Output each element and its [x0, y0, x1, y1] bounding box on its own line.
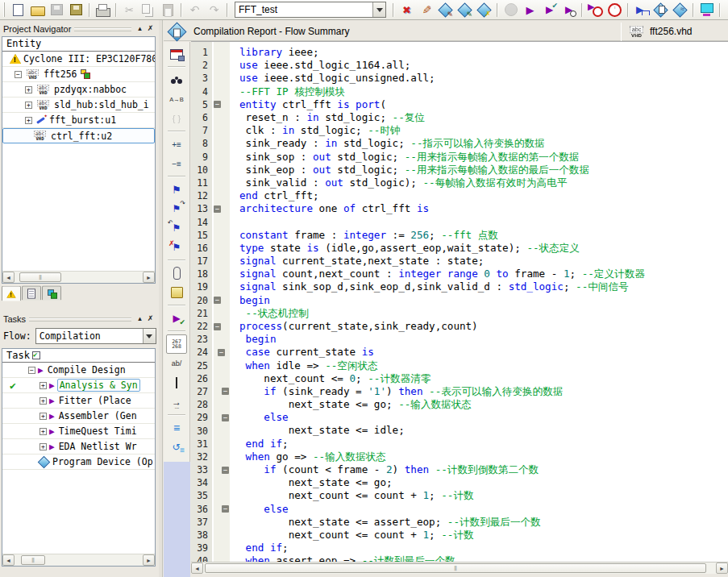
task-list[interactable]: Compile DesignAnalysis & SynFitter (Plac… [2, 363, 155, 554]
paste-icon[interactable] [159, 2, 177, 19]
project-combobox[interactable]: FFT_test [235, 2, 386, 18]
entity-item[interactable]: fft256 [2, 67, 155, 82]
stop-icon[interactable] [501, 2, 520, 19]
scroll-right-arrow-icon[interactable]: ► [143, 554, 155, 566]
report-icon[interactable] [651, 2, 670, 19]
scroll-right-arrow-icon[interactable]: ► [143, 272, 155, 283]
undo-icon[interactable] [185, 2, 204, 19]
help-icon[interactable] [724, 2, 728, 19]
task-item[interactable]: Assembler (Gen [2, 409, 155, 424]
entity-item[interactable]: fft_burst:u1 [2, 113, 155, 128]
rtl-viewer-icon[interactable] [671, 2, 689, 19]
expand-toggle[interactable] [25, 102, 32, 109]
line-numbers-icon[interactable] [166, 334, 187, 354]
navigator-hscrollbar[interactable]: ◄ ► [2, 271, 155, 283]
report-header-title[interactable]: Compilation Report - Flow Summary [193, 26, 349, 37]
scrollbar-thumb[interactable] [19, 272, 61, 282]
assignment-editor-icon[interactable] [417, 2, 435, 19]
collapse-button[interactable] [135, 314, 145, 324]
word-wrap-icon[interactable] [166, 354, 187, 373]
collapse-button[interactable] [135, 24, 145, 34]
export-icon[interactable] [166, 44, 187, 64]
task-checkbox-icon[interactable] [32, 351, 40, 359]
find-icon[interactable] [166, 70, 187, 89]
fold-toggle-icon[interactable] [222, 505, 229, 513]
combobox-dropdown-button[interactable] [143, 329, 156, 343]
close-icon[interactable] [145, 24, 156, 34]
entity-item[interactable]: Cyclone III: EP3C120F780C [2, 52, 155, 67]
save-all-icon[interactable] [67, 2, 85, 19]
scroll-left-arrow-icon[interactable]: ◄ [2, 272, 15, 283]
scroll-right-arrow-icon[interactable]: ► [716, 562, 728, 574]
redo-icon[interactable] [205, 2, 223, 19]
task-item[interactable]: Fitter (Place [2, 393, 155, 409]
entity-item[interactable]: sld_hub:sld_hub_i [2, 98, 155, 113]
unindent-icon[interactable] [166, 154, 187, 173]
entity-item[interactable]: ctrl_fft:u2 [2, 128, 155, 143]
cursor-guide-icon[interactable] [166, 373, 187, 392]
fold-toggle-icon[interactable] [218, 349, 225, 356]
close-icon[interactable] [145, 314, 156, 324]
fold-toggle-icon[interactable] [222, 414, 229, 421]
scrollbar-thumb[interactable] [21, 555, 45, 565]
combobox-dropdown-button[interactable] [372, 2, 385, 17]
match-brace-icon[interactable] [166, 109, 187, 128]
panel-splitter[interactable] [159, 20, 163, 577]
expand-toggle[interactable] [40, 382, 47, 389]
start-timing-icon[interactable] [560, 2, 578, 19]
indent-icon[interactable] [166, 135, 187, 154]
fold-toggle-icon[interactable] [222, 467, 229, 474]
design-units-tab[interactable] [42, 285, 61, 300]
scroll-left-arrow-icon[interactable]: ◄ [2, 554, 15, 566]
toolbar-grip[interactable] [3, 2, 5, 17]
comment-icon[interactable] [166, 438, 187, 457]
goto-icon[interactable] [166, 392, 187, 412]
scroll-left-arrow-icon[interactable]: ◄ [191, 562, 203, 574]
insert-template-icon[interactable] [166, 283, 187, 302]
expand-toggle[interactable] [25, 86, 32, 93]
editor-tab-title[interactable]: fft256.vhd [650, 26, 693, 37]
code-editor[interactable]: 1library ieee;2use ieee.std_logic_1164.a… [191, 41, 728, 574]
cut-icon[interactable] [120, 2, 139, 19]
editor-hscrollbar[interactable]: ◄ ► [191, 562, 728, 574]
save-icon[interactable] [48, 2, 66, 19]
copy-icon[interactable] [139, 2, 158, 19]
clear-bookmarks-icon[interactable] [166, 238, 187, 257]
tasks-hscrollbar[interactable]: ◄ ► [2, 554, 155, 566]
task-item[interactable]: EDA Netlist Wr [2, 439, 155, 455]
pin-planner-icon[interactable] [456, 2, 474, 19]
expand-toggle[interactable] [40, 413, 47, 420]
expand-toggle[interactable] [15, 71, 22, 78]
insert-bookmark-icon[interactable] [166, 180, 187, 199]
code-lines[interactable]: 1library ieee;2use ieee.std_logic_1164.a… [191, 42, 728, 562]
expand-toggle[interactable] [25, 117, 32, 124]
simulator-icon[interactable] [632, 2, 651, 19]
align-icon[interactable] [166, 418, 187, 438]
files-tab[interactable] [22, 285, 41, 300]
settings-icon[interactable] [436, 2, 455, 19]
entity-tree[interactable]: Cyclone III: EP3C120F780Cfft256pzdyqx:na… [2, 52, 155, 271]
replace-icon[interactable] [166, 89, 187, 109]
expand-toggle[interactable] [28, 367, 35, 374]
flow-combobox[interactable]: Compilation [35, 328, 156, 344]
new-file-icon[interactable] [9, 2, 27, 19]
hierarchy-tab[interactable] [2, 286, 21, 301]
fold-toggle-icon[interactable] [214, 297, 221, 304]
classic-timing-icon[interactable] [605, 2, 624, 19]
print-icon[interactable] [94, 2, 112, 19]
attach-icon[interactable] [166, 264, 187, 283]
fold-toggle-icon[interactable] [214, 101, 221, 108]
task-item[interactable]: Compile Design [2, 363, 155, 378]
next-bookmark-icon[interactable] [166, 199, 187, 218]
fold-toggle-icon[interactable] [214, 205, 221, 213]
scrollbar-thumb[interactable] [205, 563, 706, 573]
timequest-icon[interactable] [586, 2, 605, 19]
start-analysis-icon[interactable] [540, 2, 559, 19]
task-item[interactable]: TimeQuest Timi [2, 424, 155, 439]
task-item[interactable]: Analysis & Syn [2, 378, 155, 393]
entity-item[interactable]: pzdyqx:nabboc [2, 82, 155, 98]
header-divider[interactable] [621, 23, 622, 41]
fold-toggle-icon[interactable] [222, 388, 229, 395]
open-file-icon[interactable] [28, 2, 47, 19]
delete-icon[interactable] [397, 2, 416, 19]
